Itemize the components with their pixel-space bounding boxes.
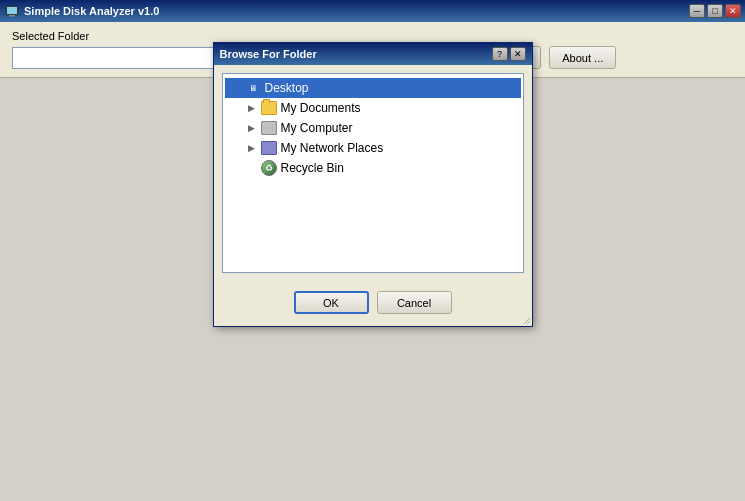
tree-label-desktop: Desktop [265,81,309,95]
svg-rect-1 [7,7,17,14]
dialog-close-button[interactable]: ✕ [510,47,526,61]
titlebar-buttons: ─ □ ✕ [689,4,741,18]
tree-label-my-documents: My Documents [281,101,361,115]
desktop-icon: 🖥 [245,80,261,96]
dialog-overlay: Browse For Folder ? ✕ 🖥 [0,22,745,501]
dialog-body: 🖥 Desktop ▶ My Documents [214,65,532,281]
expand-desktop[interactable] [229,81,243,95]
my-network-icon [261,140,277,156]
content-area: Browse For Folder ? ✕ 🖥 [0,78,745,501]
tree-label-recycle-bin: Recycle Bin [281,161,344,175]
tree-item-my-documents[interactable]: ▶ My Documents [225,98,521,118]
ok-button[interactable]: OK [294,291,369,314]
resize-grip[interactable] [520,314,532,326]
svg-line-4 [527,321,530,324]
folder-tree[interactable]: 🖥 Desktop ▶ My Documents [222,73,524,273]
my-documents-icon [261,100,277,116]
expand-my-computer[interactable]: ▶ [245,121,259,135]
tree-label-my-computer: My Computer [281,121,353,135]
maximize-button[interactable]: □ [707,4,723,18]
app-icon [4,3,20,19]
cancel-button[interactable]: Cancel [377,291,452,314]
expand-my-network[interactable]: ▶ [245,141,259,155]
tree-label-my-network: My Network Places [281,141,384,155]
recycle-bin-icon: ♻ [261,160,277,176]
expand-my-documents[interactable]: ▶ [245,101,259,115]
svg-line-3 [524,318,530,324]
app-title: Simple Disk Analyzer v1.0 [24,5,689,17]
tree-item-recycle-bin[interactable]: ♻ Recycle Bin [225,158,521,178]
dialog-footer: OK Cancel [214,281,532,326]
title-bar: Simple Disk Analyzer v1.0 ─ □ ✕ [0,0,745,22]
tree-item-my-computer[interactable]: ▶ My Computer [225,118,521,138]
tree-item-my-network[interactable]: ▶ My Network Places [225,138,521,158]
browse-folder-dialog: Browse For Folder ? ✕ 🖥 [213,42,533,327]
svg-rect-2 [9,15,15,17]
dialog-help-button[interactable]: ? [492,47,508,61]
my-computer-icon [261,120,277,136]
dialog-title: Browse For Folder [220,48,492,60]
minimize-button[interactable]: ─ [689,4,705,18]
dialog-title-bar: Browse For Folder ? ✕ [214,43,532,65]
close-button[interactable]: ✕ [725,4,741,18]
dialog-tb-buttons: ? ✕ [492,47,526,61]
tree-item-desktop[interactable]: 🖥 Desktop [225,78,521,98]
main-window: Selected Folder Browse ... Analyze now A… [0,22,745,501]
expand-recycle [245,161,259,175]
